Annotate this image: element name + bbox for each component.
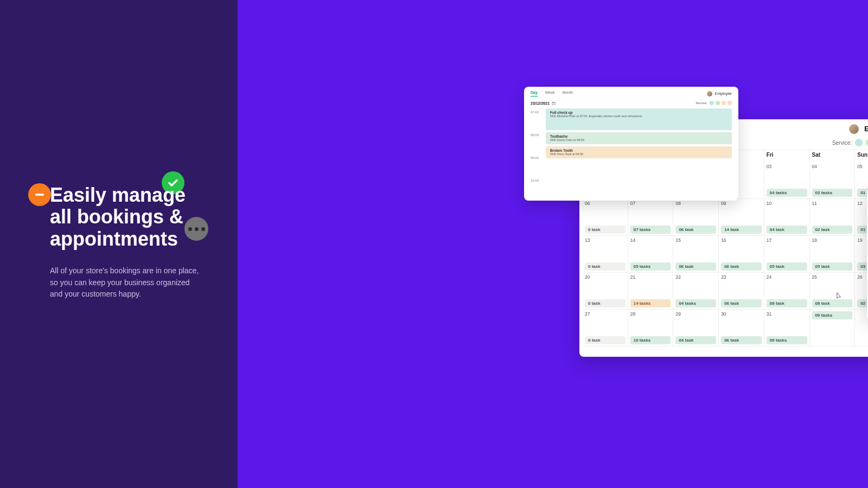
employee-switcher[interactable]: Employee — [707, 91, 732, 97]
tab-month[interactable]: Month — [563, 91, 573, 97]
calendar-cell[interactable]: 2204 tasks — [673, 273, 719, 310]
calendar-cell[interactable]: 130 task — [583, 236, 628, 273]
task-badge[interactable]: 05 task — [767, 262, 807, 271]
employee-label[interactable]: Employee — [864, 125, 868, 133]
svg-rect-1 — [552, 102, 555, 105]
calendar-cell[interactable]: 3006 task — [719, 310, 764, 346]
appointment-event[interactable]: Broken ToothWith Harry Style at 08:30 — [546, 146, 732, 158]
task-badge[interactable]: 10 tasks — [630, 336, 671, 344]
calendar-cell[interactable]: 3109 tasks — [764, 310, 810, 346]
calendar-cell[interactable]: 200 task — [583, 273, 628, 310]
marketing-panel: Easily manage all bookings & appointment… — [0, 0, 238, 488]
calendar-cell[interactable]: 2508 task — [810, 273, 856, 310]
task-badge[interactable]: 14 tasks — [630, 299, 671, 307]
task-badge[interactable]: 03 tasks — [812, 189, 853, 197]
page-title: Easily manage all bookings & appointment… — [50, 184, 200, 250]
task-badge[interactable]: 06 task — [721, 336, 762, 344]
calendar-cell[interactable] — [855, 310, 868, 346]
task-badge[interactable]: 0 task — [585, 299, 626, 307]
minus-icon — [28, 183, 51, 206]
service-legend: Service: — [695, 101, 732, 105]
calendar-cell[interactable]: 2904 task — [673, 310, 719, 346]
task-badge[interactable]: 07 tasks — [630, 226, 671, 234]
task-badge[interactable]: 14 task — [721, 226, 762, 234]
avatar — [849, 124, 859, 134]
weekday-header: Fri — [764, 150, 810, 162]
time-gutter: 07:0008:0009:0010:00 — [531, 108, 546, 182]
day-view-panel: Day Week Month Employee 23/12/2021 Servi… — [524, 87, 738, 201]
calendar-cell[interactable]: 1903 task — [855, 236, 868, 273]
task-badge[interactable]: 08 task — [812, 299, 853, 307]
calendar-cell[interactable]: 1805 task — [810, 236, 856, 273]
current-date[interactable]: 23/12/2021 — [531, 101, 556, 105]
calendar-cell[interactable]: 0501 task — [855, 162, 868, 199]
calendar-cell[interactable]: 0707 tasks — [628, 199, 674, 236]
calendar-cell[interactable]: 1506 task — [673, 236, 719, 273]
appointment-event[interactable]: Full check upWith Michelle Phan at 07:00… — [546, 108, 732, 130]
calendar-cell[interactable]: 2602 task — [855, 273, 868, 310]
calendar-cell[interactable]: 09 tasks — [810, 310, 856, 346]
calendar-cell[interactable]: 0403 tasks — [810, 162, 856, 199]
calendar-cell[interactable]: 270 task — [583, 310, 628, 346]
avatar — [707, 91, 712, 97]
calendar-cell[interactable]: 2306 task — [719, 273, 764, 310]
calendar-cell[interactable]: 0304 tasks — [764, 162, 810, 199]
weekday-header: Sat — [810, 150, 856, 162]
calendar-cell[interactable]: 1705 task — [764, 236, 810, 273]
calendar-cell[interactable]: 1606 task — [719, 236, 764, 273]
calendar-cell[interactable]: 2810 tasks — [628, 310, 674, 346]
task-badge[interactable]: 06 task — [675, 226, 716, 234]
weekday-header: Sun — [855, 150, 868, 162]
calendar-cell[interactable]: 1004 task — [764, 199, 810, 236]
task-badge[interactable]: 0 task — [585, 262, 626, 271]
task-badge[interactable]: 08 task — [767, 299, 807, 307]
task-badge[interactable]: 0 task — [585, 226, 626, 234]
calendar-cell[interactable]: 0806 task — [673, 199, 719, 236]
task-badge[interactable]: 05 task — [812, 262, 853, 271]
task-badge[interactable]: 04 tasks — [675, 299, 716, 307]
svg-rect-0 — [35, 194, 44, 196]
calendar-cell[interactable]: 060 task — [583, 199, 628, 236]
appointment-event[interactable]: ToothacheWith David Orain at 08:00 — [546, 132, 732, 144]
task-badge[interactable]: 05 tasks — [630, 262, 671, 271]
task-badge[interactable]: 04 task — [767, 226, 807, 234]
task-badge[interactable]: 04 task — [675, 336, 716, 344]
calendar-cell[interactable]: 1102 task — [810, 199, 856, 236]
view-tabs: Day Week Month — [531, 91, 573, 97]
task-badge[interactable]: 02 task — [812, 226, 853, 234]
task-badge[interactable]: 06 task — [721, 262, 762, 271]
tab-week[interactable]: Week — [545, 91, 555, 97]
task-badge[interactable]: 09 tasks — [812, 311, 853, 319]
calendar-icon — [552, 101, 556, 105]
calendar-cell[interactable]: 1201 task — [855, 199, 868, 236]
tab-day[interactable]: Day — [531, 91, 538, 97]
task-badge[interactable]: 04 tasks — [767, 189, 807, 197]
task-badge[interactable]: 0 task — [585, 336, 626, 344]
app-canvas: Day Week Month Employee 23/12/2021 Servi… — [238, 0, 868, 488]
calendar-cell[interactable]: 1405 tasks — [628, 236, 674, 273]
task-badge[interactable]: 06 task — [721, 299, 762, 307]
page-subtitle: All of your store's bookings are in one … — [50, 265, 200, 300]
calendar-cell[interactable]: 2408 task — [764, 273, 810, 310]
task-badge[interactable]: 09 tasks — [767, 336, 807, 344]
calendar-cell[interactable]: 2114 tasks — [628, 273, 674, 310]
employee-label: Employee — [715, 92, 732, 95]
task-badge[interactable]: 06 task — [675, 262, 716, 271]
cursor-icon — [835, 292, 841, 300]
calendar-cell[interactable]: 0914 task — [719, 199, 764, 236]
